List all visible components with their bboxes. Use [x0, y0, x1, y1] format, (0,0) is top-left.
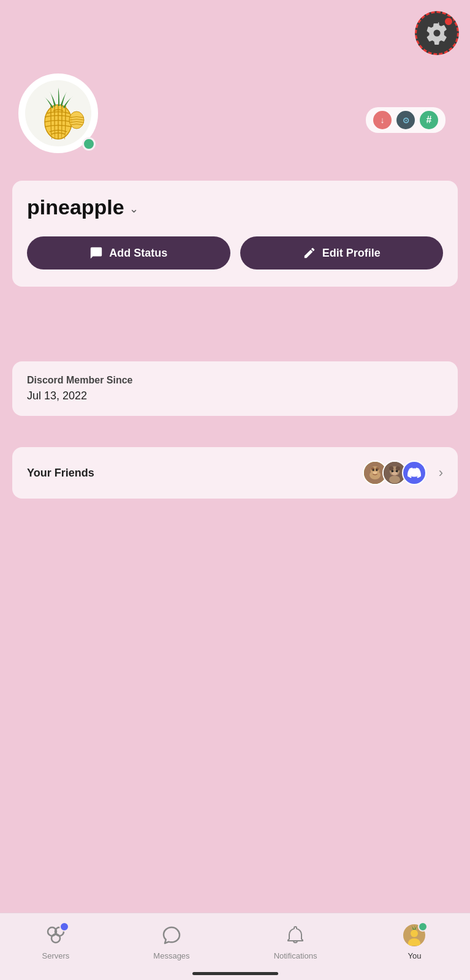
edit-profile-button[interactable]: Edit Profile	[240, 236, 444, 270]
notifications-label: Notifications	[274, 951, 317, 960]
friends-avatars	[363, 461, 426, 485]
svg-point-23	[51, 934, 60, 943]
profile-card: pineapple ⌄ Add Status Edit Profile	[12, 181, 458, 287]
messages-icon-wrap	[158, 922, 185, 949]
online-status-dot	[82, 137, 96, 151]
svg-point-19	[392, 472, 397, 475]
settings-notification-dot	[444, 17, 453, 26]
member-since-card: Discord Member Since Jul 13, 2022	[12, 361, 458, 416]
messages-label: Messages	[153, 951, 189, 960]
servers-icon-wrap	[42, 922, 69, 949]
badge-hash: #	[420, 111, 438, 129]
svg-point-16	[395, 466, 400, 470]
avatar-image	[25, 80, 91, 146]
svg-point-12	[373, 472, 377, 475]
button-row: Add Status Edit Profile	[27, 236, 443, 270]
username-row: pineapple ⌄	[27, 195, 443, 219]
settings-button[interactable]	[415, 11, 459, 55]
nav-item-you[interactable]: You	[391, 919, 438, 963]
username-dropdown-icon[interactable]: ⌄	[129, 202, 138, 216]
svg-point-25	[411, 930, 418, 937]
svg-point-18	[395, 470, 398, 473]
you-label: You	[408, 951, 422, 960]
servers-label: Servers	[42, 951, 70, 960]
nav-item-messages[interactable]: Messages	[143, 919, 199, 963]
svg-point-11	[376, 469, 377, 471]
member-since-label: Discord Member Since	[27, 375, 443, 386]
notifications-icon-wrap	[282, 922, 309, 949]
nav-item-notifications[interactable]: Notifications	[264, 919, 327, 963]
friends-label: Your Friends	[27, 467, 363, 480]
badge-speed: ⊙	[396, 111, 415, 129]
nav-item-servers[interactable]: Servers	[32, 919, 80, 963]
username: pineapple	[27, 195, 124, 219]
messages-icon	[161, 925, 182, 946]
chat-icon	[89, 246, 103, 260]
badge-row: ↓ ⊙ #	[366, 107, 445, 133]
servers-notification-badge	[59, 922, 69, 932]
member-since-date: Jul 13, 2022	[27, 390, 443, 402]
svg-point-17	[391, 470, 393, 473]
you-online-badge	[418, 922, 428, 932]
bottom-nav: Servers Messages Notifications	[0, 913, 470, 980]
home-indicator	[192, 972, 278, 975]
edit-icon	[303, 246, 316, 260]
add-status-button[interactable]: Add Status	[27, 236, 230, 270]
avatar-container	[18, 74, 98, 153]
svg-point-20	[389, 476, 400, 484]
svg-point-10	[373, 469, 374, 471]
badge-download: ↓	[373, 111, 392, 129]
svg-point-15	[389, 466, 393, 470]
friends-card[interactable]: Your Friends	[12, 447, 458, 499]
chevron-right-icon: ›	[439, 465, 443, 481]
friend-avatar-discord	[402, 461, 426, 485]
you-icon-wrap	[401, 922, 428, 949]
notifications-icon	[285, 925, 306, 946]
